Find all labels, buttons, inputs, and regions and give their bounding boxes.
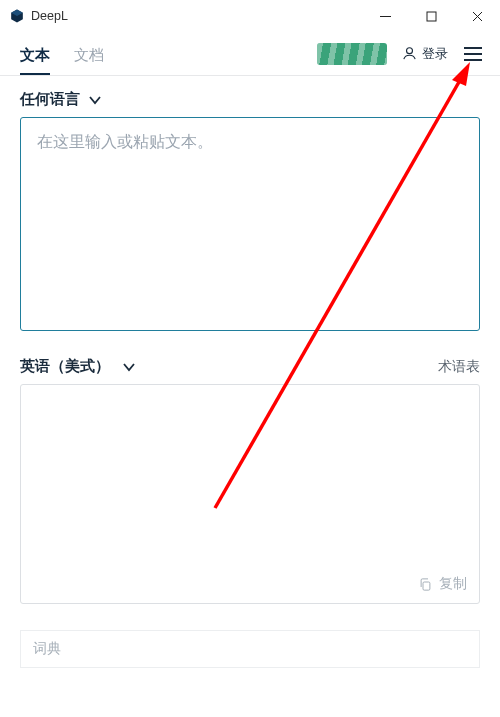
svg-rect-3 xyxy=(427,12,436,21)
source-language-row: 任何语言 xyxy=(0,76,500,117)
copy-icon xyxy=(418,577,433,592)
copy-label: 复制 xyxy=(439,575,467,593)
dictionary-input[interactable]: 词典 xyxy=(20,630,480,668)
svg-point-6 xyxy=(407,48,413,54)
login-button[interactable]: 登录 xyxy=(401,45,448,63)
glossary-button[interactable]: 术语表 xyxy=(438,358,480,376)
source-text-input[interactable] xyxy=(21,118,479,330)
dictionary-placeholder: 词典 xyxy=(33,640,61,658)
close-button[interactable] xyxy=(454,0,500,32)
window-title: DeepL xyxy=(31,9,362,23)
mode-tabs: 文本 文档 xyxy=(20,32,104,75)
main-toolbar: 文本 文档 登录 xyxy=(0,32,500,76)
minimize-button[interactable] xyxy=(362,0,408,32)
copy-button[interactable]: 复制 xyxy=(418,575,467,593)
menu-button[interactable] xyxy=(462,43,484,65)
source-language-selector[interactable]: 任何语言 xyxy=(20,90,102,109)
target-language-selector[interactable]: 英语（美式） xyxy=(20,357,136,376)
promo-badge[interactable] xyxy=(317,43,387,65)
tab-document[interactable]: 文档 xyxy=(74,46,104,75)
source-text-box xyxy=(20,117,480,331)
tab-text[interactable]: 文本 xyxy=(20,46,50,75)
hamburger-icon xyxy=(462,43,484,65)
target-language-row: 英语（美式） 术语表 xyxy=(0,339,500,384)
chevron-down-icon xyxy=(88,93,102,107)
target-text-box: 复制 xyxy=(20,384,480,604)
chevron-down-icon xyxy=(122,360,136,374)
user-icon xyxy=(401,45,418,62)
login-label: 登录 xyxy=(422,45,448,63)
source-language-label: 任何语言 xyxy=(20,90,80,109)
window-controls xyxy=(362,0,500,32)
maximize-button[interactable] xyxy=(408,0,454,32)
window-titlebar: DeepL xyxy=(0,0,500,32)
app-logo-icon xyxy=(10,9,24,23)
target-language-label: 英语（美式） xyxy=(20,357,110,376)
svg-rect-10 xyxy=(423,582,430,590)
